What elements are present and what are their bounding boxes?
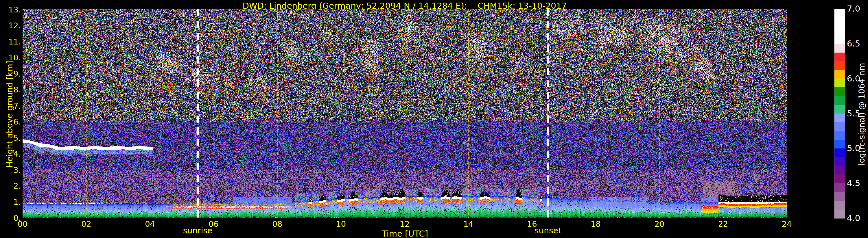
sunrise-label: sunrise	[166, 226, 229, 235]
x-tick-label: 14	[457, 220, 480, 229]
y-tick-label: 5.	[0, 133, 21, 143]
x-tick-label: 18	[584, 220, 608, 229]
x-tick-label: 20	[648, 220, 671, 229]
y-tick-label: 8.	[0, 85, 21, 95]
y-tick-label: 2.	[0, 181, 21, 191]
y-tick-label: 9.	[0, 69, 21, 78]
y-tick-label: 4.	[0, 149, 21, 159]
x-tick-label: 12	[393, 220, 416, 229]
x-axis-title: Time [UTC]	[362, 229, 448, 238]
x-tick-label: 02	[74, 220, 98, 229]
x-tick-label: 24	[775, 220, 798, 229]
colorbar-tick-label: 4.0	[847, 214, 868, 223]
x-tick-label: 08	[266, 220, 289, 229]
sunset-label: sunset	[516, 226, 580, 235]
y-tick-label: 7.	[0, 101, 21, 111]
x-tick-label: 04	[138, 220, 161, 229]
x-tick-label: 00	[11, 220, 34, 229]
y-tick-label: 3.	[0, 166, 21, 175]
y-tick-label: 11.	[0, 37, 21, 46]
ceilometer-quicklook-figure: DWD: Lindenberg (Germany; 52.2094 N / 14…	[0, 0, 868, 238]
y-tick-label: 12.	[0, 21, 21, 30]
x-tick-label: 10	[330, 220, 352, 229]
heatmap-canvas	[23, 9, 787, 218]
colorbar-title: log(rc-signal) @ 1064 nm	[857, 28, 867, 201]
y-tick-label: 6.	[0, 117, 21, 127]
colorbar-gradient	[834, 9, 845, 219]
y-tick-label: 10.	[0, 53, 21, 62]
x-tick-label: 22	[712, 220, 735, 229]
y-tick-label: 13.	[0, 5, 21, 14]
colorbar-tick-label: 7.0	[847, 4, 868, 13]
y-tick-label: 1.	[0, 198, 21, 207]
